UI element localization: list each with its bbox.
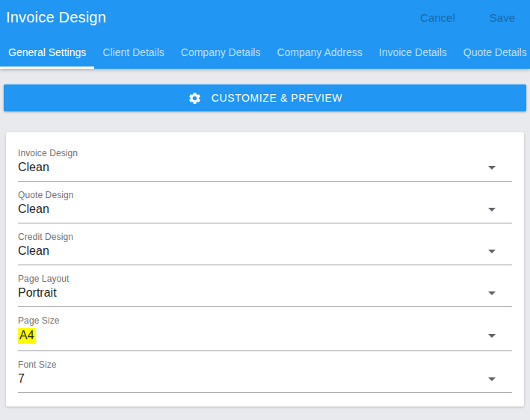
page-layout-value: Portrait [18, 286, 57, 300]
field-font-size[interactable]: Font Size 7 [18, 359, 512, 393]
field-label-quote-design: Quote Design [18, 190, 512, 200]
tab-company-address[interactable]: Company Address [268, 35, 370, 69]
tab-quote-details[interactable]: Quote Details [455, 35, 530, 69]
quote-design-value: Clean [18, 203, 49, 216]
page-size-select[interactable]: A4 [18, 327, 512, 351]
field-page-layout[interactable]: Page Layout Portrait [18, 274, 512, 307]
field-page-size[interactable]: Page Size A4 [18, 315, 512, 351]
invoice-design-value: Clean [18, 161, 49, 174]
field-label-invoice-design: Invoice Design [18, 148, 512, 158]
font-size-value: 7 [18, 372, 25, 386]
field-label-credit-design: Credit Design [18, 232, 512, 242]
customize-preview-label: CUSTOMIZE & PREVIEW [212, 92, 342, 104]
customize-preview-button[interactable]: CUSTOMIZE & PREVIEW [4, 84, 526, 111]
field-credit-design[interactable]: Credit Design Clean [18, 232, 512, 265]
header-actions: Cancel Save [419, 8, 517, 27]
font-size-select[interactable]: 7 [18, 371, 512, 393]
cancel-button[interactable]: Cancel [419, 8, 457, 27]
chevron-down-icon [488, 250, 496, 253]
credit-design-select[interactable]: Clean [18, 244, 512, 265]
field-invoice-design[interactable]: Invoice Design Clean [18, 148, 512, 182]
main-content: CUSTOMIZE & PREVIEW Invoice Design Clean… [0, 69, 530, 407]
quote-design-select[interactable]: Clean [18, 202, 512, 223]
credit-design-value: Clean [18, 244, 49, 258]
tab-invoice-details[interactable]: Invoice Details [371, 35, 455, 69]
title-row: Invoice Design Cancel Save [0, 0, 530, 35]
save-button[interactable]: Save [488, 8, 517, 27]
chevron-down-icon [488, 208, 496, 211]
chevron-down-icon [488, 166, 496, 170]
field-quote-design[interactable]: Quote Design Clean [18, 190, 512, 223]
app-header: Invoice Design Cancel Save General Setti… [0, 0, 530, 69]
field-label-page-size: Page Size [18, 315, 512, 326]
chevron-down-icon [488, 291, 496, 295]
gear-icon [188, 91, 202, 105]
field-label-font-size: Font Size [18, 359, 512, 370]
page-title: Invoice Design [6, 9, 106, 26]
settings-card: Invoice Design Clean Quote Design Clean … [6, 132, 524, 407]
chevron-down-icon [488, 377, 496, 381]
chevron-down-icon [488, 334, 496, 338]
tab-general-settings[interactable]: General Settings [0, 35, 94, 69]
page-layout-select[interactable]: Portrait [18, 285, 512, 307]
field-label-page-layout: Page Layout [18, 274, 512, 284]
invoice-design-select[interactable]: Clean [18, 160, 512, 182]
page-size-value: A4 [18, 328, 36, 344]
tab-client-details[interactable]: Client Details [94, 35, 172, 69]
tab-bar: General Settings Client Details Company … [0, 35, 530, 69]
tab-company-details[interactable]: Company Details [173, 35, 269, 69]
